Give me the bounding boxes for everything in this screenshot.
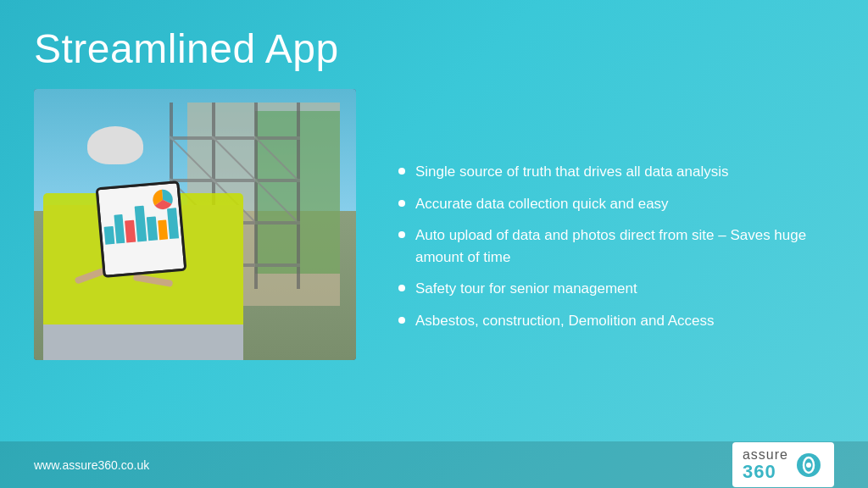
logo-assure: assure — [743, 447, 788, 463]
svg-rect-3 — [297, 103, 300, 289]
bullet-item-2: Accurate data collection quick and easy — [398, 193, 834, 215]
bullet-dot — [398, 168, 405, 175]
bullet-text-4: Safety tour for senior management — [415, 278, 637, 300]
bullet-dot — [398, 200, 405, 207]
svg-line-10 — [254, 136, 297, 179]
bullet-list: Single source of truth that drives all d… — [398, 161, 834, 331]
right-section: Single source of truth that drives all d… — [398, 25, 834, 424]
svg-point-17 — [806, 463, 811, 468]
footer: www.assure360.co.uk assure 360 — [0, 441, 868, 488]
logo-text: assure 360 — [743, 447, 788, 483]
photo — [34, 89, 356, 360]
svg-line-13 — [254, 179, 297, 221]
bullet-dot — [398, 231, 405, 238]
logo-icon — [795, 452, 822, 479]
slide: Streamlined App — [0, 0, 868, 488]
bullet-text-2: Accurate data collection quick and easy — [415, 193, 669, 215]
bullet-item-5: Asbestos, construction, Demolition and A… — [398, 310, 834, 332]
held-tablet — [96, 180, 187, 278]
bullet-text-1: Single source of truth that drives all d… — [415, 161, 728, 183]
svg-rect-2 — [254, 103, 258, 289]
bullet-item-3: Auto upload of data and photos direct fr… — [398, 225, 834, 268]
left-section: Streamlined App — [34, 25, 373, 424]
main-content: Streamlined App — [0, 0, 868, 441]
bullet-text-3: Auto upload of data and photos direct fr… — [415, 225, 834, 268]
bullet-dot — [398, 317, 405, 324]
slide-title: Streamlined App — [34, 25, 373, 72]
photo-container — [34, 89, 356, 360]
logo-area: assure 360 — [732, 442, 834, 488]
bullet-text-5: Asbestos, construction, Demolition and A… — [415, 310, 714, 332]
bullet-dot — [398, 285, 405, 291]
bullet-item-1: Single source of truth that drives all d… — [398, 161, 834, 183]
footer-url: www.assure360.co.uk — [34, 458, 149, 472]
bullet-item-4: Safety tour for senior management — [398, 278, 834, 300]
logo-360: 360 — [743, 462, 788, 482]
